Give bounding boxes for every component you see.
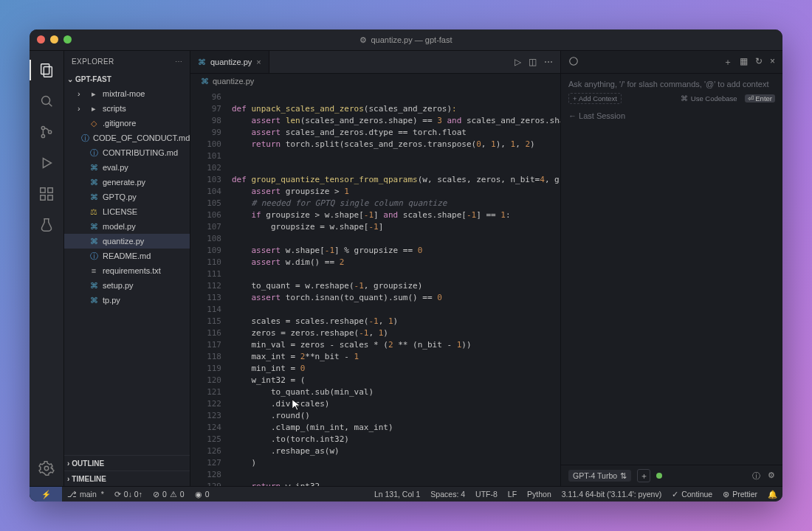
sidebar-item-scripts[interactable]: ›▸scripts [64,101,190,116]
add-context-chip[interactable]: + Add Context [568,93,622,104]
svg-point-13 [44,466,49,471]
sidebar-item-label: eval.py [103,163,128,172]
sidebar-item-license[interactable]: ⚖LICENSE [64,204,190,219]
ports[interactable]: ◉0 [190,487,215,502]
sidebar-item-label: LICENSE [103,207,137,216]
svg-rect-11 [48,188,52,192]
cursor-position[interactable]: Ln 131, Col 1 [369,490,425,499]
sidebar-item-label: README.md [103,251,151,260]
zoom-window-button[interactable] [63,35,72,44]
layout-icon[interactable]: ▦ [740,56,748,69]
sidebar-item-label: mixtral-moe [103,89,145,98]
sidebar-item-generate-py[interactable]: ⌘generate.py [64,175,190,190]
git-branch[interactable]: ⎇main* [62,487,109,502]
add-model-button[interactable]: ＋ [637,469,650,482]
svg-rect-8 [41,188,45,192]
help-icon[interactable]: ⓘ [752,471,760,482]
eol[interactable]: LF [503,490,522,499]
notifications-icon[interactable]: 🔔 [763,490,782,499]
sidebar-item-requirements-txt[interactable]: ≡requirements.txt [64,263,190,278]
check-icon: ✓ [672,490,678,499]
py-file-icon: ⌘ [89,237,99,246]
enter-badge: ⏎ Enter [745,94,775,103]
timeline-section[interactable]: ›TIMELINE [64,471,190,486]
md-file-icon: ⓘ [89,251,99,262]
testing-activity[interactable] [30,210,63,240]
problems[interactable]: ⊘0 ⚠0 [148,487,190,502]
search-activity[interactable] [30,86,63,116]
svg-point-6 [48,131,51,133]
encoding[interactable]: UTF-8 [470,490,503,499]
python-file-icon: ⌘ [198,58,206,67]
error-icon: ⊘ [153,490,159,499]
python-interpreter[interactable]: 3.11.4 64-bit ('3.11.4': pyenv) [557,490,667,499]
sidebar-item-label: CODE_OF_CONDUCT.md [93,133,190,142]
lic-file-icon: ⚖ [89,207,99,217]
prettier-extension[interactable]: ⊛Prettier [718,490,763,499]
workspace-folder-header[interactable]: ⌄ GPT-FAST [64,72,190,86]
settings-activity[interactable] [30,454,63,483]
sidebar-item-gptq-py[interactable]: ⌘GPTQ.py [64,190,190,204]
sidebar-item-label: quantize.py [103,237,144,246]
sidebar-item-model-py[interactable]: ⌘model.py [64,219,190,234]
sidebar-item--gitignore[interactable]: ◇.gitignore [64,116,190,131]
use-codebase-toggle[interactable]: ⌘Use Codebase [681,94,737,103]
sidebar-item-label: setup.py [103,281,134,290]
split-editor-icon[interactable]: ◫ [529,57,537,67]
tab-quantize[interactable]: ⌘ quantize.py × [190,51,269,73]
chat-input[interactable]: Ask anything, '/' for slash commands, '@… [568,80,775,88]
new-chat-icon[interactable]: ＋ [723,56,732,69]
last-session-link[interactable]: ← Last Session [568,111,625,120]
explorer-sidebar: EXPLORER ⋯ ⌄ GPT-FAST ›▸mixtral-moe›▸scr… [64,51,190,486]
warning-icon: ⚠ [170,490,177,499]
close-panel-icon[interactable]: × [770,56,775,69]
txt-file-icon: ≡ [89,266,99,275]
more-icon[interactable]: ⋯ [175,58,182,66]
minimize-window-button[interactable] [50,35,58,44]
chevron-right-icon: › [78,104,85,113]
py-file-icon: ⌘ [89,222,99,232]
continue-extension[interactable]: ✓Continue [667,490,718,499]
py-file-icon: ⌘ [89,178,99,187]
run-icon[interactable]: ▷ [515,57,521,67]
title-bar: ⚙ quantize.py — gpt-fast [30,30,782,51]
sidebar-item-quantize-py[interactable]: ⌘quantize.py [64,234,190,249]
branch-icon: ⎇ [67,490,77,499]
history-icon[interactable]: ↻ [755,56,763,69]
sidebar-item-label: requirements.txt [103,266,161,275]
sidebar-item-tp-py[interactable]: ⌘tp.py [64,293,190,308]
svg-line-3 [49,103,52,106]
chat-icon[interactable] [568,56,579,69]
settings-icon[interactable]: ⚙ [768,471,775,482]
sidebar-item-contributing-md[interactable]: ⓘCONTRIBUTING.md [64,145,190,160]
chevron-updown-icon: ⇅ [620,471,627,480]
close-tab-icon[interactable]: × [256,58,261,66]
outline-section[interactable]: ›OUTLINE [64,455,190,471]
python-file-icon: ⚙ [359,35,367,45]
sidebar-item-setup-py[interactable]: ⌘setup.py [64,278,190,293]
svg-point-5 [41,134,44,137]
extensions-activity[interactable] [30,179,63,209]
more-icon[interactable]: ⋯ [544,57,553,67]
radio-icon: ◉ [195,490,202,499]
close-window-button[interactable] [37,35,45,44]
remote-indicator[interactable]: ⚡ [30,487,62,502]
model-selector[interactable]: GPT-4 Turbo ⇅ [568,470,631,482]
run-debug-activity[interactable] [30,148,63,178]
sidebar-item-eval-py[interactable]: ⌘eval.py [64,160,190,175]
explorer-header: EXPLORER [72,58,114,66]
source-control-activity[interactable] [30,117,63,147]
language-mode[interactable]: Python [522,490,557,499]
sidebar-item-readme-md[interactable]: ⓘREADME.md [64,249,190,263]
sidebar-item-mixtral-moe[interactable]: ›▸mixtral-moe [64,86,190,101]
chevron-right-icon: › [78,89,85,98]
svg-point-2 [42,97,50,105]
code-editor[interactable]: 9697989910010110210310410510610710810911… [190,88,560,486]
svg-rect-1 [44,66,52,77]
indentation[interactable]: Spaces: 4 [425,490,470,499]
sidebar-item-code_of_conduct-md[interactable]: ⓘCODE_OF_CONDUCT.md [64,131,190,145]
status-bar: ⚡ ⎇main* ⟳0↓ 0↑ ⊘0 ⚠0 ◉0 Ln 131, Col 1 S… [30,486,782,502]
breadcrumb[interactable]: quantize.py [213,77,254,86]
git-sync[interactable]: ⟳0↓ 0↑ [109,487,148,502]
explorer-activity[interactable] [30,55,63,85]
